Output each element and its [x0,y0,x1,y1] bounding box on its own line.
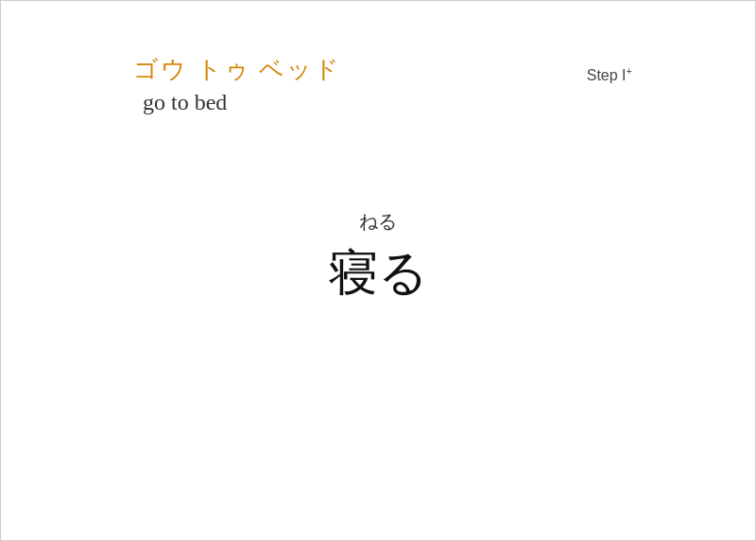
vocabulary-display: ねる 寝る [329,209,428,306]
step-label-text: Step I [587,67,627,83]
step-superscript: + [627,65,632,77]
katakana-reading: ゴウ トゥ ベッド [133,53,341,86]
hiragana-reading: ねる [329,209,428,235]
step-indicator: Step I+ [587,65,632,84]
kanji-character: 寝る [329,240,428,306]
english-translation: go to bed [133,90,341,115]
top-left-phrase-block: ゴウ トゥ ベッド go to bed [133,53,341,115]
